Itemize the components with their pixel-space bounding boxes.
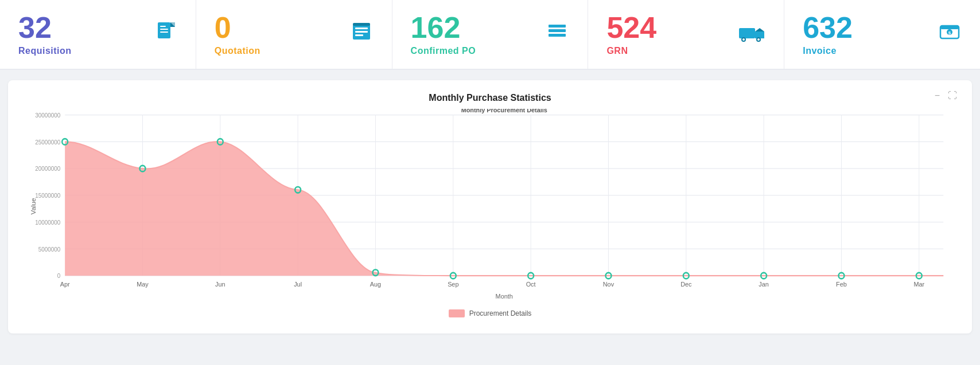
legend-label: Procurement Details xyxy=(469,309,532,317)
svg-text:20000000: 20000000 xyxy=(35,166,60,172)
invoice-count: 632 xyxy=(803,13,853,42)
svg-rect-1 xyxy=(160,26,166,27)
svg-text:May: May xyxy=(137,281,149,288)
chart-panel: Monthly Purchase Statistics − ⛶ Value 30… xyxy=(8,80,972,333)
card-grn[interactable]: 524 GRN xyxy=(588,0,784,69)
svg-rect-3 xyxy=(160,32,168,33)
svg-rect-7 xyxy=(355,28,368,29)
svg-text:Feb: Feb xyxy=(836,281,847,288)
quotation-label: Quotation xyxy=(215,46,260,56)
invoice-label: Invoice xyxy=(803,46,853,56)
expand-button[interactable]: ⛶ xyxy=(947,91,958,101)
svg-text:Month: Month xyxy=(496,293,513,300)
svg-rect-22 xyxy=(940,26,959,29)
minimize-button[interactable]: − xyxy=(934,91,941,101)
invoice-icon: $ xyxy=(938,20,962,49)
svg-text:Oct: Oct xyxy=(526,281,536,288)
quotation-icon xyxy=(349,20,374,49)
svg-text:30000000: 30000000 xyxy=(35,112,60,119)
svg-text:Monthly Procurement Details: Monthly Procurement Details xyxy=(461,109,547,113)
svg-text:25000000: 25000000 xyxy=(35,139,60,145)
card-confirmed-po[interactable]: 162 Confirmed PO xyxy=(392,0,589,69)
svg-rect-14 xyxy=(739,28,755,38)
svg-text:Mar: Mar xyxy=(913,281,924,288)
svg-text:Aug: Aug xyxy=(370,281,381,288)
legend-color-box xyxy=(449,309,465,317)
card-quotation[interactable]: 0 Quotation xyxy=(196,0,392,69)
confirmed-po-icon xyxy=(545,20,569,49)
card-invoice[interactable]: 632 Invoice $ xyxy=(784,0,980,69)
grn-icon xyxy=(738,20,765,49)
top-cards-row: 32 Requisition 0 Quotation xyxy=(0,0,980,70)
requisition-label: Requisition xyxy=(18,46,72,56)
svg-text:Jul: Jul xyxy=(294,281,302,288)
svg-point-18 xyxy=(757,38,760,41)
chart-area: Value 30000000 25000000 20000000 1500000… xyxy=(25,109,955,304)
svg-rect-11 xyxy=(549,25,566,28)
svg-text:0: 0 xyxy=(57,273,61,279)
confirmed-po-label: Confirmed PO xyxy=(411,46,476,56)
svg-text:Jun: Jun xyxy=(215,281,225,288)
requisition-icon xyxy=(153,20,177,49)
svg-text:Nov: Nov xyxy=(603,281,615,288)
chart-title: Monthly Purchase Statistics xyxy=(25,93,955,103)
confirmed-po-count: 162 xyxy=(411,13,476,42)
svg-rect-9 xyxy=(355,34,363,36)
svg-text:10000000: 10000000 xyxy=(35,219,60,226)
svg-text:Apr: Apr xyxy=(60,281,70,288)
svg-rect-5 xyxy=(170,22,175,27)
card-requisition[interactable]: 32 Requisition xyxy=(0,0,196,69)
svg-text:Jan: Jan xyxy=(759,281,768,288)
svg-text:15000000: 15000000 xyxy=(35,193,60,199)
quotation-count: 0 xyxy=(215,13,260,42)
svg-rect-8 xyxy=(355,31,368,33)
svg-text:Sep: Sep xyxy=(448,281,458,288)
svg-text:Dec: Dec xyxy=(680,281,692,288)
requisition-count: 32 xyxy=(18,13,72,42)
grn-label: GRN xyxy=(606,46,656,56)
svg-rect-2 xyxy=(160,29,168,30)
y-axis-label: Value xyxy=(30,198,37,215)
svg-point-17 xyxy=(742,38,745,41)
svg-text:$: $ xyxy=(948,30,951,36)
svg-rect-12 xyxy=(549,29,566,32)
grn-count: 524 xyxy=(606,13,656,42)
svg-rect-10 xyxy=(353,23,370,26)
svg-rect-13 xyxy=(549,34,566,37)
chart-controls: − ⛶ xyxy=(934,91,958,101)
svg-rect-0 xyxy=(158,22,170,38)
chart-legend: Procurement Details xyxy=(25,309,955,317)
svg-text:5000000: 5000000 xyxy=(38,246,61,252)
